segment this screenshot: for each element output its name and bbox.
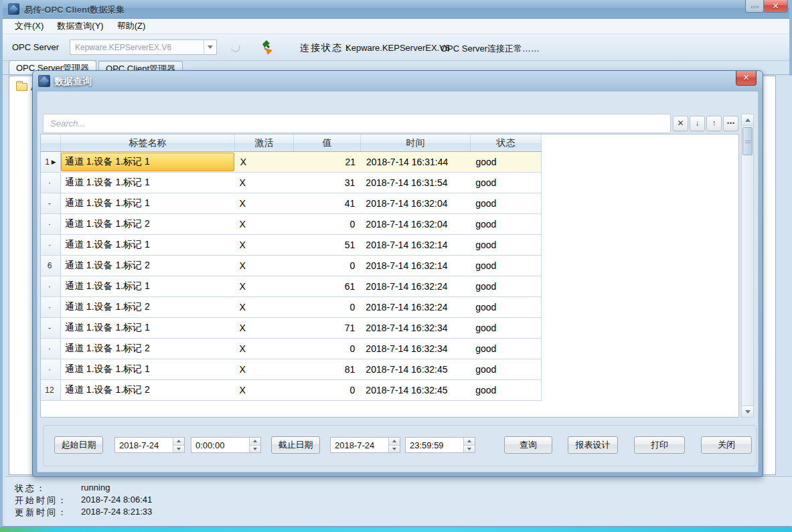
cell-value[interactable]: 0 — [293, 339, 360, 359]
move-up-button[interactable]: ↑ — [706, 116, 722, 131]
column-header-status[interactable]: 状态 — [471, 135, 542, 151]
spin-up-icon[interactable] — [389, 438, 400, 446]
cell-time[interactable]: 2018-7-14 16:32:14 — [360, 235, 470, 255]
table-row[interactable]: · 通道 1.设备 1.标记 2 X 0 2018-7-14 16:32:24 … — [41, 297, 542, 318]
spin-up-icon[interactable] — [250, 438, 260, 446]
titlebar[interactable]: 易传-OPC Client数据采集 ✕ — [3, 0, 789, 19]
row-header[interactable]: - — [41, 318, 61, 338]
table-row[interactable]: 12 通道 1.设备 1.标记 2 X 0 2018-7-14 16:32:45… — [41, 380, 542, 401]
cell-status[interactable]: good — [470, 235, 541, 255]
cell-value[interactable]: 0 — [293, 297, 360, 317]
opc-server-combobox[interactable]: Kepware.KEPServerEX.V6 — [70, 39, 217, 55]
cell-tag[interactable]: 通道 1.设备 1.标记 2 — [61, 256, 235, 276]
table-row[interactable]: · 通道 1.设备 1.标记 1 X 31 2018-7-14 16:31:54… — [41, 173, 542, 193]
cell-value[interactable]: 81 — [293, 359, 360, 379]
table-row[interactable]: 1▶ 通道 1.设备 1.标记 1 X 21 2018-7-14 16:31:4… — [41, 152, 542, 173]
start-date-input[interactable] — [115, 438, 173, 452]
scroll-up-icon[interactable] — [742, 114, 753, 126]
row-header[interactable]: · — [41, 214, 61, 234]
scrollbar-thumb[interactable] — [742, 127, 753, 155]
row-header[interactable]: · — [41, 297, 61, 317]
menu-file[interactable]: 文件(X) — [9, 19, 49, 33]
menu-data-query[interactable]: 数据查询(Y) — [52, 19, 108, 33]
row-header[interactable]: - — [41, 193, 61, 213]
column-header-tag[interactable]: 标签名称 — [61, 135, 235, 151]
cell-status[interactable]: good — [470, 318, 541, 338]
cell-active[interactable]: X — [235, 297, 294, 317]
cell-value[interactable]: 0 — [293, 256, 360, 276]
cell-tag[interactable]: 通道 1.设备 1.标记 2 — [61, 339, 235, 359]
more-button[interactable]: ⋯ — [723, 116, 738, 131]
spin-down-icon[interactable] — [464, 446, 475, 453]
table-row[interactable]: · 通道 1.设备 1.标记 2 X 0 2018-7-14 16:32:34 … — [41, 339, 542, 359]
cell-status[interactable]: good — [470, 256, 541, 276]
minimize-button[interactable] — [745, 0, 764, 13]
print-button[interactable]: 打印 — [634, 436, 685, 454]
spin-down-icon[interactable] — [250, 446, 260, 453]
row-header[interactable]: · — [41, 339, 61, 359]
cell-status[interactable]: good — [470, 380, 541, 400]
report-design-button[interactable]: 报表设计 — [568, 436, 618, 454]
cell-time[interactable]: 2018-7-14 16:32:04 — [360, 193, 470, 213]
start-time-spinner[interactable] — [249, 438, 260, 452]
cell-value[interactable]: 41 — [293, 193, 360, 213]
cell-value[interactable]: 0 — [293, 214, 360, 234]
cell-value[interactable]: 0 — [293, 380, 360, 400]
start-date-button[interactable]: 起始日期 — [54, 436, 103, 454]
move-down-button[interactable]: ↓ — [690, 116, 705, 131]
cell-time[interactable]: 2018-7-14 16:31:54 — [360, 173, 470, 193]
column-header-active[interactable]: 激活 — [235, 135, 294, 151]
dialog-titlebar[interactable]: 数据查询 ✕ — [33, 71, 763, 91]
column-header-time[interactable]: 时间 — [361, 135, 471, 151]
row-header[interactable]: · — [41, 276, 61, 296]
cell-tag[interactable]: 通道 1.设备 1.标记 1 — [61, 173, 235, 193]
cell-tag[interactable]: 通道 1.设备 1.标记 1 — [61, 235, 235, 255]
cell-time[interactable]: 2018-7-14 16:32:45 — [360, 380, 470, 400]
cell-status[interactable]: good — [470, 297, 541, 317]
spin-up-icon[interactable] — [173, 438, 184, 446]
end-date-spinner[interactable] — [388, 438, 400, 452]
cell-status[interactable]: good — [470, 359, 541, 379]
cell-time[interactable]: 2018-7-14 16:31:44 — [361, 152, 470, 172]
cell-time[interactable]: 2018-7-14 16:32:04 — [360, 214, 470, 234]
cell-time[interactable]: 2018-7-14 16:32:24 — [360, 276, 470, 296]
cell-active[interactable]: X — [235, 214, 294, 234]
cell-tag[interactable]: 通道 1.设备 1.标记 2 — [61, 380, 235, 400]
dialog-close-action-button[interactable]: 关闭 — [701, 436, 752, 454]
cell-time[interactable]: 2018-7-14 16:32:34 — [360, 339, 470, 359]
end-date-button[interactable]: 截止日期 — [271, 436, 320, 454]
table-row[interactable]: · 通道 1.设备 1.标记 1 X 81 2018-7-14 16:32:45… — [41, 359, 542, 380]
cell-time[interactable]: 2018-7-14 16:32:14 — [360, 256, 470, 276]
close-button[interactable]: ✕ — [763, 0, 788, 13]
dialog-close-button[interactable]: ✕ — [736, 71, 757, 86]
table-row[interactable]: 6 通道 1.设备 1.标记 2 X 0 2018-7-14 16:32:14 … — [41, 256, 542, 276]
column-header-value[interactable]: 值 — [294, 135, 361, 151]
cell-active[interactable]: X — [235, 235, 294, 255]
spin-down-icon[interactable] — [173, 446, 184, 453]
connect-icon[interactable] — [258, 40, 273, 55]
chevron-down-icon[interactable] — [204, 40, 216, 54]
cell-active[interactable]: X — [235, 339, 294, 359]
cell-status[interactable]: good — [470, 193, 541, 213]
cell-status[interactable]: good — [470, 276, 541, 296]
table-row[interactable]: · 通道 1.设备 1.标记 1 X 61 2018-7-14 16:32:24… — [41, 276, 542, 297]
row-header[interactable]: · — [41, 359, 61, 379]
cell-status[interactable]: good — [470, 152, 541, 172]
cell-tag[interactable]: 通道 1.设备 1.标记 2 — [61, 297, 235, 317]
table-row[interactable]: - 通道 1.设备 1.标记 1 X 71 2018-7-14 16:32:34… — [41, 318, 542, 339]
row-header[interactable]: · — [41, 235, 61, 255]
row-header[interactable]: 6 — [41, 256, 61, 276]
cell-tag[interactable]: 通道 1.设备 1.标记 1 — [61, 153, 234, 171]
cell-active[interactable]: X — [235, 173, 294, 193]
end-time-input[interactable] — [406, 438, 463, 452]
cell-tag[interactable]: 通道 1.设备 1.标记 1 — [61, 276, 235, 296]
row-header[interactable]: · — [41, 173, 61, 193]
spin-down-icon[interactable] — [389, 446, 400, 453]
cell-time[interactable]: 2018-7-14 16:32:24 — [360, 297, 470, 317]
cell-value[interactable]: 61 — [293, 276, 360, 296]
table-row[interactable]: - 通道 1.设备 1.标记 1 X 41 2018-7-14 16:32:04… — [41, 193, 542, 214]
cell-active[interactable]: X — [235, 380, 294, 400]
start-date-spinner[interactable] — [173, 438, 184, 452]
cell-tag[interactable]: 通道 1.设备 1.标记 1 — [61, 318, 235, 338]
cell-value[interactable]: 31 — [293, 173, 360, 193]
